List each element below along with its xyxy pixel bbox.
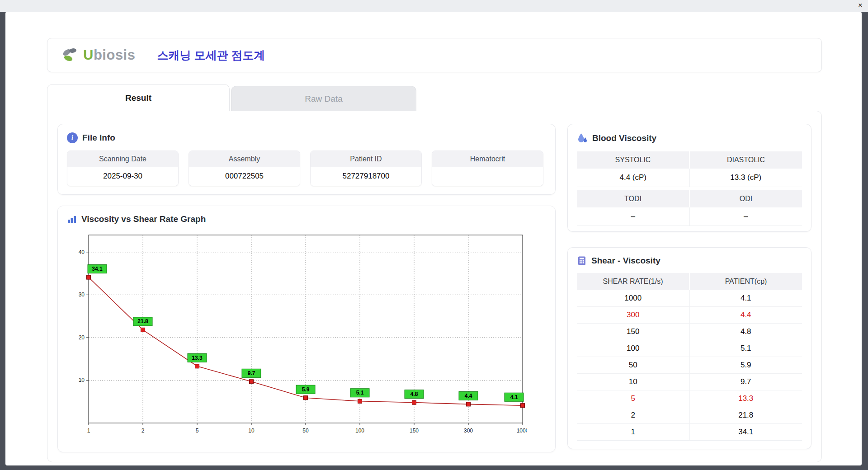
- shear-rate-cell: 150: [577, 324, 689, 340]
- shear-table-header-cell: PATIENT(cp): [689, 273, 802, 290]
- bv-value-cell: 13.3 (cP): [689, 169, 802, 187]
- bv-value-row: 4.4 (cP)13.3 (cP): [577, 169, 802, 187]
- brand-name: Ubiosis: [83, 47, 135, 63]
- svg-text:10: 10: [79, 377, 85, 383]
- app-window: Ubiosis 스캐닝 모세관 점도계 Result Raw Data i Fi…: [5, 12, 862, 465]
- graph-card: Viscosity vs Shear Rate Graph 1020304012…: [57, 206, 556, 452]
- bv-header-cell: DIASTOLIC: [689, 151, 802, 169]
- file-field-patient-id: Patient ID52727918700: [310, 150, 422, 186]
- shear-viscosity-card: Shear - Viscosity SHEAR RATE(1/s)PATIENT…: [567, 247, 811, 449]
- shear-table-header-cell: SHEAR RATE(1/s): [577, 273, 689, 290]
- calculator-icon: [577, 256, 587, 266]
- bv-value-cell: –: [577, 207, 689, 226]
- bv-header-row: SYSTOLICDIASTOLIC: [577, 151, 802, 169]
- shear-table-header-row: SHEAR RATE(1/s)PATIENT(cp): [577, 273, 802, 290]
- table-row: 109.7: [577, 374, 802, 390]
- info-icon: i: [67, 132, 78, 143]
- patient-cp-cell: 5.9: [689, 357, 802, 373]
- brand-logo: Ubiosis: [61, 47, 135, 63]
- patient-cp-cell: 4.1: [689, 290, 802, 306]
- patient-cp-cell: 5.1: [689, 340, 802, 357]
- graph-title: Viscosity vs Shear Rate Graph: [81, 214, 206, 224]
- field-label: Patient ID: [311, 151, 421, 167]
- page-title: 스캐닝 모세관 점도계: [157, 48, 265, 63]
- svg-text:300: 300: [464, 428, 473, 434]
- file-info-card: i File Info Scanning Date2025-09-30Assem…: [57, 124, 556, 195]
- table-row: 10004.1: [577, 290, 802, 307]
- svg-text:150: 150: [410, 428, 419, 434]
- file-field-scanning-date: Scanning Date2025-09-30: [67, 150, 179, 186]
- svg-text:100: 100: [355, 428, 364, 434]
- field-label: Scanning Date: [67, 151, 178, 167]
- patient-cp-cell: 21.8: [689, 407, 802, 423]
- svg-text:5.9: 5.9: [302, 386, 310, 393]
- table-row: 221.8: [577, 407, 802, 424]
- file-field-assembly: Assembly000722505: [189, 150, 300, 186]
- left-column: i File Info Scanning Date2025-09-30Assem…: [57, 124, 556, 449]
- shear-rate-cell: 100: [577, 340, 689, 357]
- svg-text:30: 30: [79, 291, 85, 298]
- field-value: 2025-09-30: [67, 167, 178, 186]
- svg-text:2: 2: [142, 428, 145, 434]
- tab-raw-data[interactable]: Raw Data: [231, 86, 416, 111]
- svg-text:10: 10: [248, 428, 255, 434]
- droplet-icon: [577, 132, 588, 144]
- svg-text:1: 1: [87, 428, 90, 434]
- patient-cp-cell: 4.8: [689, 324, 802, 340]
- svg-text:1000: 1000: [517, 428, 527, 434]
- table-row: 1005.1: [577, 340, 802, 357]
- file-field-hematocrit: Hematocrit: [432, 150, 543, 186]
- file-info-fields: Scanning Date2025-09-30Assembly000722505…: [67, 150, 546, 186]
- bv-value-cell: 4.4 (cP): [577, 169, 689, 187]
- table-row: 513.3: [577, 390, 802, 407]
- bv-value-row: ––: [577, 207, 802, 226]
- shear-rate-cell: 5: [577, 390, 689, 407]
- field-value: 000722505: [189, 167, 300, 186]
- svg-text:13.3: 13.3: [192, 355, 203, 361]
- blood-viscosity-card: Blood Viscosity SYSTOLICDIASTOLIC4.4 (cP…: [567, 124, 811, 232]
- bv-header-cell: SYSTOLIC: [577, 151, 689, 169]
- bv-value-cell: –: [689, 207, 802, 226]
- bv-header-row: TODIODI: [577, 190, 802, 207]
- svg-text:20: 20: [79, 334, 85, 341]
- svg-text:9.7: 9.7: [248, 370, 255, 376]
- shear-rate-cell: 1: [577, 424, 689, 440]
- svg-text:4.8: 4.8: [410, 391, 418, 397]
- patient-cp-cell: 13.3: [689, 390, 802, 407]
- result-panel: i File Info Scanning Date2025-09-30Assem…: [47, 111, 822, 462]
- svg-text:4.1: 4.1: [510, 394, 518, 400]
- tab-bar: Result Raw Data: [47, 84, 822, 111]
- svg-text:50: 50: [302, 428, 309, 434]
- close-icon[interactable]: ×: [858, 1, 863, 10]
- svg-text:5.1: 5.1: [356, 390, 364, 396]
- svg-text:34.1: 34.1: [92, 266, 103, 272]
- shear-viscosity-table: SHEAR RATE(1/s)PATIENT(cp)10004.13004.41…: [577, 273, 802, 441]
- tab-result[interactable]: Result: [47, 84, 230, 111]
- shear-viscosity-title: Shear - Viscosity: [591, 256, 660, 266]
- brand-initial: U: [83, 47, 94, 63]
- leaf-icon: [61, 47, 80, 63]
- header-card: Ubiosis 스캐닝 모세관 점도계: [47, 38, 822, 72]
- shear-rate-cell: 10: [577, 374, 689, 390]
- svg-text:40: 40: [79, 249, 85, 255]
- table-row: 505.9: [577, 357, 802, 374]
- field-label: Assembly: [189, 151, 300, 167]
- svg-text:5: 5: [196, 428, 199, 434]
- blood-viscosity-title: Blood Viscosity: [592, 133, 656, 143]
- shear-rate-cell: 300: [577, 307, 689, 323]
- patient-cp-cell: 4.4: [689, 307, 802, 323]
- viscosity-shear-chart: 102030401251050100150300100034.121.813.3…: [70, 230, 527, 444]
- patient-cp-cell: 9.7: [689, 374, 802, 390]
- bv-header-cell: ODI: [689, 190, 802, 207]
- shear-rate-cell: 50: [577, 357, 689, 373]
- shear-rate-cell: 2: [577, 407, 689, 423]
- svg-text:21.8: 21.8: [137, 318, 148, 324]
- shear-rate-cell: 1000: [577, 290, 689, 306]
- blood-viscosity-grid: SYSTOLICDIASTOLIC4.4 (cP)13.3 (cP)TODIOD…: [577, 151, 802, 226]
- file-info-title: File Info: [82, 133, 115, 143]
- svg-text:4.4: 4.4: [465, 393, 472, 399]
- table-row: 1504.8: [577, 324, 802, 340]
- field-value: 52727918700: [311, 167, 421, 186]
- bv-header-cell: TODI: [577, 190, 689, 207]
- bar-chart-icon: [67, 214, 77, 224]
